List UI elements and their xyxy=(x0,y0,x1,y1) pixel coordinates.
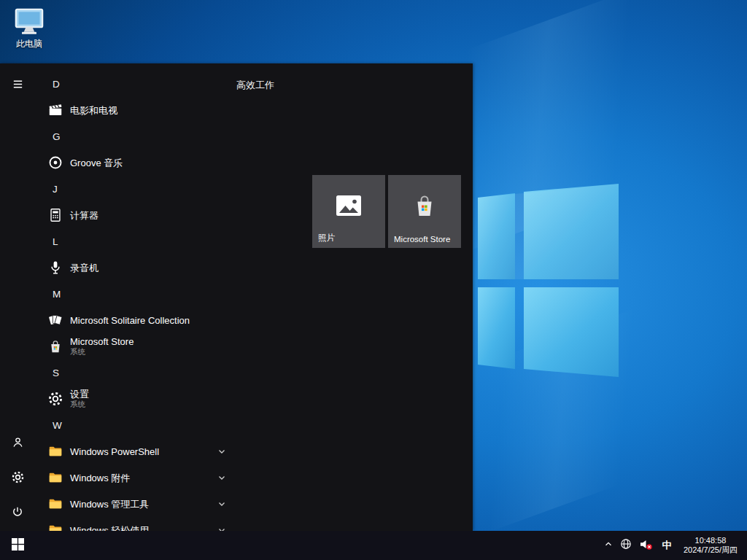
photos-icon xyxy=(335,194,363,220)
app-item-settings[interactable]: 设置 系统 xyxy=(35,386,236,412)
power-button[interactable] xyxy=(0,496,35,531)
store-bag-icon xyxy=(47,338,64,355)
app-label: 电影和电视 xyxy=(70,105,117,116)
folder-icon xyxy=(47,521,64,531)
app-sublabel: 系统 xyxy=(70,400,89,409)
section-letter-label: L xyxy=(53,236,58,247)
clock-time: 10:48:58 xyxy=(695,536,727,546)
settings-button[interactable] xyxy=(0,461,35,496)
app-label: Groove 音乐 xyxy=(70,158,123,168)
tile-row: 照片 Microsoft Store xyxy=(312,175,461,248)
clock-date: 2024/7/25/周四 xyxy=(684,545,738,556)
system-tray: 中 10:48:58 2024/7/25/周四 xyxy=(600,531,747,560)
folder-label: Windows 轻松使用 xyxy=(70,525,149,532)
folder-icon xyxy=(47,495,64,513)
app-sublabel: 系统 xyxy=(70,347,133,357)
section-letter-g[interactable]: G xyxy=(35,123,236,149)
this-pc-label: 此电脑 xyxy=(16,39,42,49)
section-letter-s[interactable]: S xyxy=(35,359,236,386)
tile-label: Microsoft Store xyxy=(394,235,450,244)
gear-icon xyxy=(11,470,25,487)
start-menu: D 电影和电视 G Groove 音乐 J 计算器 xyxy=(0,63,473,531)
expand-menu-button[interactable] xyxy=(0,68,35,103)
section-letter-label: M xyxy=(53,289,61,300)
volume-muted-button[interactable] xyxy=(635,531,657,560)
app-item-solitaire[interactable]: Microsoft Solitaire Collection xyxy=(35,307,236,333)
section-letter-j[interactable]: J xyxy=(35,176,236,202)
folder-item-windows-powershell[interactable]: Windows PowerShell xyxy=(35,438,236,464)
tile-label: 照片 xyxy=(318,233,335,244)
power-icon xyxy=(11,505,24,521)
ime-indicator[interactable]: 中 xyxy=(657,531,677,560)
section-letter-label: S xyxy=(53,368,59,378)
globe-network-icon xyxy=(620,538,632,553)
section-letter-m[interactable]: M xyxy=(35,281,236,307)
tile-photos[interactable]: 照片 xyxy=(312,175,385,248)
calculator-icon xyxy=(47,206,64,224)
volume-muted-icon xyxy=(639,538,653,553)
voice-recorder-icon xyxy=(47,259,64,276)
app-label: Microsoft Store xyxy=(70,336,133,347)
start-button[interactable] xyxy=(0,531,35,560)
tiles-panel: 高效工作 照片 Microsoft Store xyxy=(236,63,473,531)
app-list: D 电影和电视 G Groove 音乐 J 计算器 xyxy=(35,63,236,531)
folder-item-windows-admin-tools[interactable]: Windows 管理工具 xyxy=(35,491,236,517)
groove-music-icon xyxy=(47,154,64,171)
chevron-down-icon[interactable] xyxy=(216,446,228,457)
computer-monitor-icon xyxy=(13,7,45,36)
section-letter-label: J xyxy=(53,184,58,195)
folder-icon xyxy=(47,469,64,486)
app-item-voice-recorder[interactable]: 录音机 xyxy=(35,254,236,281)
chevron-up-icon xyxy=(603,539,614,552)
app-item-groove-music[interactable]: Groove 音乐 xyxy=(35,149,236,176)
section-letter-label: W xyxy=(53,420,62,431)
ime-label: 中 xyxy=(662,539,672,552)
section-letter-l[interactable]: L xyxy=(35,228,236,254)
app-label: 设置 xyxy=(70,389,89,400)
hamburger-icon xyxy=(12,78,24,93)
section-letter-w[interactable]: W xyxy=(35,412,236,438)
chevron-down-icon[interactable] xyxy=(216,472,228,483)
chevron-down-icon[interactable] xyxy=(216,524,228,531)
folder-icon xyxy=(47,443,64,460)
show-hidden-icons-button[interactable] xyxy=(600,531,617,560)
movies-tv-icon xyxy=(47,101,64,119)
start-menu-rail xyxy=(0,63,35,531)
app-item-microsoft-store[interactable]: Microsoft Store 系统 xyxy=(35,333,236,359)
chevron-down-icon[interactable] xyxy=(216,498,228,510)
app-item-movies-tv[interactable]: 电影和电视 xyxy=(35,97,236,123)
section-letter-label: D xyxy=(53,79,60,90)
store-bag-icon xyxy=(412,193,437,221)
folder-label: Windows 附件 xyxy=(70,472,130,483)
desktop: 此电脑 xyxy=(0,0,747,560)
app-label: Microsoft Solitaire Collection xyxy=(70,315,190,326)
this-pc-desktop-icon[interactable]: 此电脑 xyxy=(6,7,53,50)
tile-group-title[interactable]: 高效工作 xyxy=(236,79,274,92)
folder-item-windows-accessories[interactable]: Windows 附件 xyxy=(35,464,236,491)
app-label: 录音机 xyxy=(70,262,98,273)
settings-gear-icon xyxy=(47,390,64,408)
section-letter-label: G xyxy=(53,131,61,142)
taskbar-clock[interactable]: 10:48:58 2024/7/25/周四 xyxy=(677,531,747,560)
folder-item-windows-ease-of-access[interactable]: Windows 轻松使用 xyxy=(35,517,236,531)
network-status-button[interactable] xyxy=(617,531,635,560)
app-item-calculator[interactable]: 计算器 xyxy=(35,202,236,228)
app-label: 计算器 xyxy=(70,210,98,221)
windows-logo-wallpaper xyxy=(467,175,627,386)
user-icon xyxy=(11,435,25,452)
windows-logo-icon xyxy=(12,538,24,553)
folder-label: Windows PowerShell xyxy=(70,446,159,457)
taskbar: 中 10:48:58 2024/7/25/周四 xyxy=(0,531,747,560)
tile-microsoft-store[interactable]: Microsoft Store xyxy=(388,175,461,248)
solitaire-icon xyxy=(47,311,64,329)
user-account-button[interactable] xyxy=(0,426,35,461)
section-letter-d[interactable]: D xyxy=(35,71,236,97)
folder-label: Windows 管理工具 xyxy=(70,499,149,510)
